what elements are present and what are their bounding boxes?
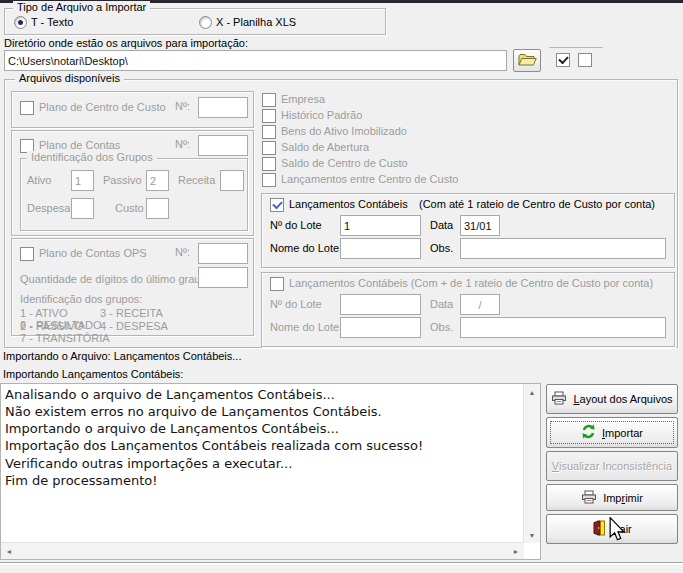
custo-label: Custo bbox=[115, 202, 144, 214]
nome-lote-input[interactable] bbox=[340, 238, 421, 259]
lote-label: Nº do Lote bbox=[270, 219, 322, 231]
button-label: Imprimir bbox=[603, 492, 643, 504]
ativo-input[interactable] bbox=[71, 170, 94, 191]
digitos-input[interactable] bbox=[198, 267, 248, 288]
horizontal-scrollbar[interactable]: ◄ ► bbox=[1, 542, 524, 559]
lancamentos-simples-label[interactable]: Lançamentos Contábeis bbox=[289, 198, 408, 210]
identificacao-grupos-box: Identificação dos Grupos Ativo Passivo R… bbox=[20, 158, 248, 231]
plano-contas-ops-numero-label: Nº: bbox=[175, 246, 190, 258]
lote2-label: Nº do Lote bbox=[270, 298, 322, 310]
file-type-group-title: Tipo de Arquivo a Importar bbox=[13, 1, 150, 13]
browse-folder-button[interactable] bbox=[513, 49, 541, 72]
status-line-1: Importando o Arquivo: Lançamentos Contáb… bbox=[3, 350, 241, 362]
plano-centro-custo-numero-label: Nº: bbox=[175, 100, 190, 112]
saldo-centro-custo-label: Saldo de Centro de Custo bbox=[281, 157, 408, 169]
button-label: Layout dos Arquivos bbox=[573, 393, 672, 405]
lancamentos-entre-cc-label: Lançamentos entre Centro de Custo bbox=[281, 173, 458, 185]
receita-label: Receita bbox=[178, 174, 215, 186]
obs2-input[interactable] bbox=[460, 317, 666, 338]
import-log-text: Analisando o arquivo de Lançamentos Cont… bbox=[5, 386, 522, 541]
plano-centro-custo-checkbox[interactable] bbox=[20, 101, 34, 115]
identificacao-grupos-title: Identificação dos Grupos bbox=[27, 151, 157, 163]
data2-input[interactable] bbox=[460, 294, 500, 315]
lancamentos-simples-sublabel: (Com até 1 rateio de Centro de Custo por… bbox=[419, 198, 655, 210]
log-line: Importando o arquivo de Lançamentos Cont… bbox=[5, 420, 522, 437]
scroll-down-icon[interactable]: ▼ bbox=[524, 527, 540, 543]
saldo-abertura-label: Saldo de Abertura bbox=[281, 141, 369, 153]
data-label: Data bbox=[430, 219, 453, 231]
available-files-groupbox: Arquivos disponíveis Plano de Centro de … bbox=[4, 79, 678, 348]
log-line: Analisando o arquivo de Lançamentos Cont… bbox=[5, 386, 522, 403]
obs2-label: Obs. bbox=[430, 321, 453, 333]
status-line-2: Importando Lançamentos Contábeis: bbox=[3, 368, 183, 380]
plano-centro-custo-label: Plano de Centro de Custo bbox=[39, 101, 166, 113]
log-line: Fim de processamento! bbox=[5, 472, 522, 489]
plano-contas-label: Plano de Contas bbox=[39, 139, 120, 151]
layout-dos-arquivos-button[interactable]: Layout dos Arquivos bbox=[546, 384, 678, 414]
historico-padrao-checkbox[interactable] bbox=[262, 109, 276, 123]
plano-contas-numero-label: Nº: bbox=[175, 138, 190, 150]
option-group-line bbox=[549, 47, 603, 48]
vertical-scrollbar[interactable]: ▲ ▼ bbox=[523, 384, 540, 543]
lancamentos-multiplos-box: Lançamentos Contábeis (Com + de 1 rateio… bbox=[261, 272, 675, 347]
log-line: Importação dos Lançamentos Contábeis rea… bbox=[5, 437, 522, 454]
plano-centro-custo-box: Plano de Centro de Custo Nº: bbox=[11, 91, 254, 128]
nome-lote-label: Nome do Lote bbox=[270, 242, 339, 254]
lancamentos-multiplos-label: Lançamentos Contábeis (Com + de 1 rateio… bbox=[289, 277, 653, 289]
log-line: Verificando outras importações a executa… bbox=[5, 455, 522, 472]
plano-contas-ops-numero-input[interactable] bbox=[198, 243, 248, 264]
radio-planilha-xls-label[interactable]: X - Planilha XLS bbox=[216, 16, 296, 28]
lancamentos-simples-box: Lançamentos Contábeis (Com até 1 rateio … bbox=[261, 193, 675, 268]
mouse-cursor bbox=[608, 517, 626, 545]
printer-icon bbox=[581, 490, 597, 506]
refresh-icon bbox=[581, 424, 596, 441]
button-label: Importar bbox=[602, 427, 643, 439]
lote-input[interactable] bbox=[340, 215, 421, 236]
scroll-left-icon[interactable]: ◄ bbox=[1, 543, 17, 559]
data-input[interactable] bbox=[460, 215, 500, 236]
radio-texto-label[interactable]: T - Texto bbox=[31, 16, 73, 28]
plano-contas-ops-checkbox[interactable] bbox=[20, 247, 34, 261]
historico-padrao-label: Histórico Padrão bbox=[281, 109, 362, 121]
directory-label: Diretório onde estão os arquivos para im… bbox=[4, 37, 248, 49]
plano-contas-box: Plano de Contas Nº: Identificação dos Gr… bbox=[11, 130, 254, 236]
plano-contas-ops-box: Plano de Contas OPS Nº: Quantidade de dí… bbox=[11, 238, 254, 336]
ativo-label: Ativo bbox=[27, 174, 51, 186]
nome-lote2-label: Nome do Lote bbox=[270, 321, 339, 333]
passivo-label: Passivo bbox=[103, 174, 142, 186]
visualizar-inconsistencia-button: Visualizar Inconsistência bbox=[546, 451, 678, 481]
receita-input[interactable] bbox=[220, 170, 244, 191]
imprimir-button[interactable]: Imprimir bbox=[546, 484, 678, 511]
lote2-input[interactable] bbox=[340, 294, 421, 315]
importar-button[interactable]: Importar bbox=[546, 417, 678, 448]
button-label: Visualizar Inconsistência bbox=[552, 460, 672, 472]
plano-centro-custo-numero-input[interactable] bbox=[198, 97, 248, 118]
obs-label: Obs. bbox=[430, 242, 453, 254]
obs-input[interactable] bbox=[460, 238, 666, 259]
option-checkbox-1[interactable] bbox=[556, 53, 570, 67]
saldo-abertura-checkbox[interactable] bbox=[262, 141, 276, 155]
custo-input[interactable] bbox=[146, 198, 169, 219]
bens-ativo-checkbox[interactable] bbox=[262, 125, 276, 139]
scroll-right-icon[interactable]: ► bbox=[508, 543, 524, 559]
log-line: Não existem erros no arquivo de Lançamen… bbox=[5, 403, 522, 420]
import-log-memo[interactable]: Analisando o arquivo de Lançamentos Cont… bbox=[0, 383, 541, 560]
despesa-input[interactable] bbox=[71, 198, 94, 219]
available-files-title: Arquivos disponíveis bbox=[15, 72, 124, 84]
scroll-up-icon[interactable]: ▲ bbox=[524, 384, 540, 400]
plano-contas-numero-input[interactable] bbox=[198, 135, 248, 156]
passivo-input[interactable] bbox=[146, 170, 169, 191]
data2-label: Data bbox=[430, 298, 453, 310]
radio-texto[interactable] bbox=[14, 16, 27, 29]
saldo-centro-custo-checkbox[interactable] bbox=[262, 157, 276, 171]
nome-lote2-input[interactable] bbox=[340, 317, 421, 338]
lancamentos-entre-cc-checkbox[interactable] bbox=[262, 173, 276, 187]
lancamentos-simples-checkbox[interactable] bbox=[270, 198, 284, 212]
empresa-label: Empresa bbox=[281, 93, 325, 105]
lancamentos-multiplos-checkbox[interactable] bbox=[270, 277, 284, 291]
directory-input[interactable] bbox=[4, 50, 507, 71]
radio-planilha-xls[interactable] bbox=[199, 16, 212, 29]
option-checkbox-2[interactable] bbox=[578, 53, 592, 67]
ops-grupos-row-2: 2 - PASSIVO 4 - DESPESA 7 - TRANSITÓRIA bbox=[20, 320, 253, 344]
empresa-checkbox[interactable] bbox=[262, 93, 276, 107]
